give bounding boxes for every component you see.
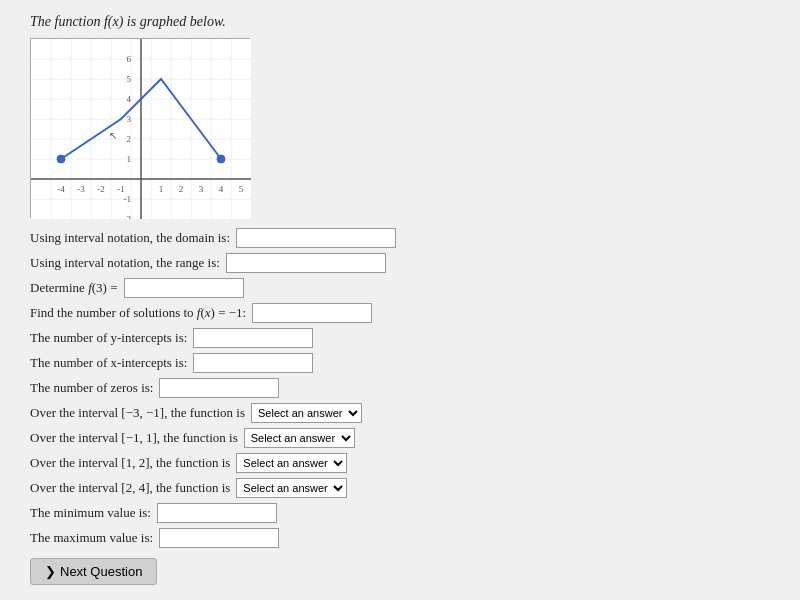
problem-title: The function f(x) is graphed below. xyxy=(30,14,770,30)
x-intercepts-input[interactable] xyxy=(193,353,313,373)
svg-text:2: 2 xyxy=(127,134,132,144)
svg-text:6: 6 xyxy=(127,54,132,64)
next-button-label: Next Question xyxy=(60,564,142,579)
svg-text:-1: -1 xyxy=(117,184,125,194)
svg-text:-1: -1 xyxy=(124,194,132,204)
svg-text:4: 4 xyxy=(219,184,224,194)
min-input[interactable] xyxy=(157,503,277,523)
interval4-select[interactable]: Select an answer Increasing Decreasing C… xyxy=(236,478,347,498)
svg-text:-4: -4 xyxy=(57,184,65,194)
solutions-row: Find the number of solutions to f(x) = −… xyxy=(30,303,770,323)
svg-text:2: 2 xyxy=(179,184,184,194)
svg-text:3: 3 xyxy=(199,184,204,194)
x-intercepts-label: The number of x-intercepts is: xyxy=(30,355,187,371)
interval3-select[interactable]: Select an answer Increasing Decreasing C… xyxy=(236,453,347,473)
interval4-row: Over the interval [2, 4], the function i… xyxy=(30,478,770,498)
svg-point-39 xyxy=(217,155,225,163)
svg-text:↖: ↖ xyxy=(109,130,117,141)
y-intercepts-row: The number of y-intercepts is: xyxy=(30,328,770,348)
svg-point-38 xyxy=(57,155,65,163)
range-row: Using interval notation, the range is: xyxy=(30,253,770,273)
domain-label: Using interval notation, the domain is: xyxy=(30,230,230,246)
zeros-input[interactable] xyxy=(159,378,279,398)
y-intercepts-label: The number of y-intercepts is: xyxy=(30,330,187,346)
interval3-row: Over the interval [1, 2], the function i… xyxy=(30,453,770,473)
interval4-label: Over the interval [2, 4], the function i… xyxy=(30,480,230,496)
y-intercepts-input[interactable] xyxy=(193,328,313,348)
f3-row: Determine f(3) = xyxy=(30,278,770,298)
svg-text:-2: -2 xyxy=(97,184,105,194)
x-intercepts-row: The number of x-intercepts is: xyxy=(30,353,770,373)
svg-text:-2: -2 xyxy=(124,214,132,219)
svg-text:-3: -3 xyxy=(77,184,85,194)
interval3-label: Over the interval [1, 2], the function i… xyxy=(30,455,230,471)
zeros-row: The number of zeros is: xyxy=(30,378,770,398)
interval2-label: Over the interval [−1, 1], the function … xyxy=(30,430,238,446)
solutions-label: Find the number of solutions to f(x) = −… xyxy=(30,305,246,321)
f3-input[interactable] xyxy=(124,278,244,298)
range-label: Using interval notation, the range is: xyxy=(30,255,220,271)
solutions-input[interactable] xyxy=(252,303,372,323)
interval2-row: Over the interval [−1, 1], the function … xyxy=(30,428,770,448)
max-row: The maximum value is: xyxy=(30,528,770,548)
interval1-label: Over the interval [−3, −1], the function… xyxy=(30,405,245,421)
questions-area: Using interval notation, the domain is: … xyxy=(30,228,770,548)
svg-text:5: 5 xyxy=(239,184,244,194)
min-label: The minimum value is: xyxy=(30,505,151,521)
interval2-select[interactable]: Select an answer Increasing Decreasing C… xyxy=(244,428,355,448)
next-question-button[interactable]: ❯ Next Question xyxy=(30,558,157,585)
function-graph: -4 -3 -2 -1 1 2 3 4 5 6 5 4 3 2 1 -1 -2 xyxy=(31,39,251,219)
svg-text:4: 4 xyxy=(127,94,132,104)
f3-label: Determine f(3) = xyxy=(30,280,118,296)
max-label: The maximum value is: xyxy=(30,530,153,546)
svg-text:5: 5 xyxy=(127,74,132,84)
domain-row: Using interval notation, the domain is: xyxy=(30,228,770,248)
domain-input[interactable] xyxy=(236,228,396,248)
svg-text:1: 1 xyxy=(127,154,132,164)
min-row: The minimum value is: xyxy=(30,503,770,523)
range-input[interactable] xyxy=(226,253,386,273)
svg-text:3: 3 xyxy=(127,114,132,124)
interval1-row: Over the interval [−3, −1], the function… xyxy=(30,403,770,423)
next-chevron-icon: ❯ xyxy=(45,564,56,579)
svg-text:1: 1 xyxy=(159,184,164,194)
graph-container: -4 -3 -2 -1 1 2 3 4 5 6 5 4 3 2 1 -1 -2 xyxy=(30,38,250,218)
max-input[interactable] xyxy=(159,528,279,548)
zeros-label: The number of zeros is: xyxy=(30,380,153,396)
interval1-select[interactable]: Select an answer Increasing Decreasing C… xyxy=(251,403,362,423)
